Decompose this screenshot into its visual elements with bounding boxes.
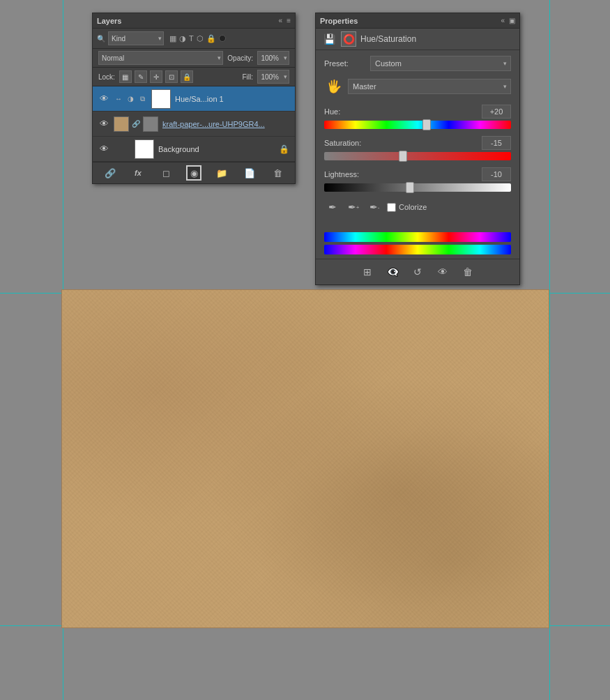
light-slider-thumb[interactable] xyxy=(406,182,414,193)
guide-vertical-2 xyxy=(549,0,550,700)
filter-type-icon[interactable]: T xyxy=(189,34,194,43)
layer-item-background[interactable]: 👁 Background 🔒 xyxy=(93,137,295,162)
visibility-toggle-background[interactable]: 👁 xyxy=(98,144,109,155)
light-slider-track[interactable] xyxy=(324,183,511,192)
filter-pixel-icon[interactable]: ▦ xyxy=(169,34,176,43)
kraft-link-icon: 🔗 xyxy=(131,119,141,129)
saturation-value-input[interactable] xyxy=(482,136,511,150)
layer-mask-icon: ◑ xyxy=(125,94,135,104)
layer-item-hue-sat[interactable]: 👁 ↔ ◑ ⧉ Hue/Sa...ion 1 xyxy=(93,86,295,112)
colorize-row: ✒ ✒+ ✒- Colorize xyxy=(324,199,511,215)
lock-fill-row: Lock: ▦ ✎ ✛ ⊡ 🔒 Fill: ▾ xyxy=(93,68,295,86)
filter-adjust-icon[interactable]: ◑ xyxy=(179,34,186,43)
opacity-input[interactable] xyxy=(257,51,289,65)
opacity-label: Opacity: xyxy=(227,54,253,62)
lock-all-button[interactable]: 🔒 xyxy=(181,70,193,83)
layers-list: 👁 ↔ ◑ ⧉ Hue/Sa...ion 1 👁 🔗 kraft-paper-.… xyxy=(93,86,295,162)
properties-subtoolbar: 💾 ⭕ Hue/Saturation xyxy=(316,29,519,50)
properties-tab-adjustment[interactable]: ⭕ xyxy=(341,31,356,47)
colorize-checkbox-label[interactable]: Colorize xyxy=(387,203,427,212)
colorize-label: Colorize xyxy=(399,203,427,211)
lock-position-button[interactable]: ✛ xyxy=(150,70,162,83)
properties-tab-save[interactable]: 💾 xyxy=(321,31,337,47)
filter-shape-icon[interactable]: ⬡ xyxy=(197,34,204,43)
color-bar-bottom xyxy=(324,245,511,254)
properties-panel-title: Properties xyxy=(320,17,358,25)
channel-select[interactable]: Master Reds Yellows Greens Cyans Blues M… xyxy=(348,79,511,94)
hue-slider-track[interactable] xyxy=(324,121,511,129)
search-icon: 🔍 xyxy=(97,35,105,43)
layer-extra-icon: ⧉ xyxy=(137,94,147,104)
background-lock-icon: 🔒 xyxy=(279,144,289,154)
kind-select[interactable]: Kind xyxy=(108,31,164,45)
layer-item-kraft[interactable]: 👁 🔗 kraft-paper-...ure-UHP9GR4... xyxy=(93,112,295,137)
kraft-texture-layer xyxy=(62,290,549,627)
sat-slider-thumb[interactable] xyxy=(399,151,407,162)
previous-state-button[interactable]: 👁‍🗨 xyxy=(384,264,401,280)
properties-panel: Properties « ▣ 💾 ⭕ Hue/Saturation Preset… xyxy=(315,13,520,285)
layer-link-icon: ↔ xyxy=(114,94,123,104)
layer-name-hue-sat: Hue/Sa...ion 1 xyxy=(175,95,289,103)
preset-select-wrap: Custom Default Cyanotype Sepia xyxy=(370,56,511,71)
layers-panel-titlebar: Layers « ≡ xyxy=(93,13,295,29)
link-layers-button[interactable]: 🔗 xyxy=(102,165,118,181)
add-sample-button[interactable]: ✒+ xyxy=(345,199,362,215)
fill-input[interactable] xyxy=(257,70,289,84)
channel-select-wrap: Master Reds Yellows Greens Cyans Blues M… xyxy=(348,79,511,94)
new-fill-layer-button[interactable]: ◻ xyxy=(158,165,174,181)
lock-label: Lock: xyxy=(98,73,115,81)
hand-tool-button[interactable]: 🖐 xyxy=(324,77,344,96)
layers-bottom-toolbar: 🔗 fx ◻ ◉ 📁 📄 🗑 xyxy=(93,162,295,183)
delete-adjustment-button[interactable]: 🗑 xyxy=(459,264,476,280)
kraft-thumbnail-mini xyxy=(114,116,129,132)
new-group-button[interactable]: 📁 xyxy=(214,165,229,181)
preset-select[interactable]: Custom Default Cyanotype Sepia xyxy=(370,56,511,71)
color-range-bars xyxy=(316,228,519,259)
hue-slider-gradient xyxy=(324,121,511,129)
new-adjustment-layer-button[interactable]: ◉ xyxy=(186,165,201,181)
sat-slider-track[interactable] xyxy=(324,152,511,160)
hue-slider-thumb[interactable] xyxy=(422,119,431,130)
visibility-toggle-hue-sat[interactable]: 👁 xyxy=(98,93,109,105)
hue-value-input[interactable] xyxy=(482,105,511,119)
layers-panel-title: Layers xyxy=(97,17,121,25)
hue-slider-row: Hue: xyxy=(324,105,511,129)
layers-menu-icon[interactable]: ≡ xyxy=(287,17,291,24)
visibility-toggle-kraft[interactable]: 👁 xyxy=(98,119,109,130)
properties-panel-controls: « ▣ xyxy=(501,17,515,24)
lightness-slider-row: Lightness: xyxy=(324,167,511,192)
channel-row: 🖐 Master Reds Yellows Greens Cyans Blues… xyxy=(324,77,511,96)
hue-label: Hue: xyxy=(324,107,340,116)
opacity-input-wrap: ▾ xyxy=(257,51,289,65)
clip-to-layer-button[interactable]: ⊞ xyxy=(359,264,376,280)
subtract-sample-button[interactable]: ✒- xyxy=(366,199,383,215)
lightness-value-input[interactable] xyxy=(482,167,511,181)
effects-button[interactable]: fx xyxy=(130,165,146,181)
colorize-checkbox[interactable] xyxy=(387,203,396,212)
background-thumbnail xyxy=(135,139,154,159)
lightness-label: Lightness: xyxy=(324,170,359,178)
blend-mode-select[interactable]: Normal xyxy=(98,51,223,65)
filter-smart-icon[interactable]: 🔒 xyxy=(206,34,216,43)
delete-layer-button[interactable]: 🗑 xyxy=(270,165,285,181)
saturation-label: Saturation: xyxy=(324,139,361,147)
properties-menu-icon[interactable]: ▣ xyxy=(509,17,515,24)
lock-artboard-button[interactable]: ⊡ xyxy=(165,70,178,83)
filter-icons: ▦ ◑ T ⬡ 🔒 xyxy=(169,34,226,43)
canvas-document xyxy=(61,289,549,628)
layer-link-icons: ↔ ◑ ⧉ xyxy=(114,94,147,104)
lock-image-button[interactable]: ✎ xyxy=(135,70,147,83)
layer-name-kraft: kraft-paper-...ure-UHP9GR4... xyxy=(162,120,289,128)
properties-collapse-icon[interactable]: « xyxy=(501,17,505,24)
lock-icons: ▦ ✎ ✛ ⊡ 🔒 xyxy=(119,70,193,83)
preset-row: Preset: Custom Default Cyanotype Sepia xyxy=(324,56,511,71)
lock-transparent-button[interactable]: ▦ xyxy=(119,70,132,83)
properties-bottom-toolbar: ⊞ 👁‍🗨 ↺ 👁 🗑 xyxy=(316,259,519,284)
layers-panel-controls: « ≡ xyxy=(279,17,291,24)
toggle-visibility-adj-button[interactable]: 👁 xyxy=(434,264,451,280)
sample-eyedropper-button[interactable]: ✒ xyxy=(324,199,341,215)
reset-adjustment-button[interactable]: ↺ xyxy=(409,264,426,280)
layers-collapse-icon[interactable]: « xyxy=(279,17,283,24)
layers-filter-toolbar: 🔍 Kind ▦ ◑ T ⬡ 🔒 xyxy=(93,29,295,49)
new-layer-button[interactable]: 📄 xyxy=(242,165,257,181)
